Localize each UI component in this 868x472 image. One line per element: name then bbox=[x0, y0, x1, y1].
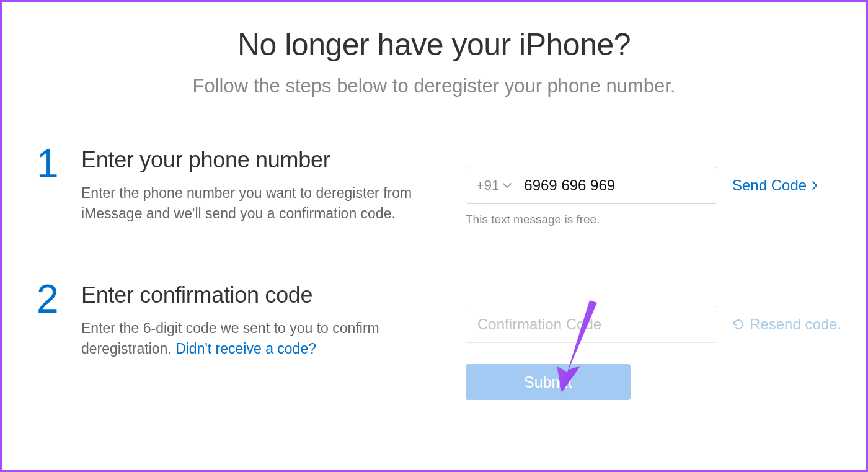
step-2-controls: Resend code. Submit bbox=[466, 282, 841, 400]
step-1-description: Enter the phone number you want to dereg… bbox=[81, 183, 447, 225]
step-1: 1 Enter your phone number Enter the phon… bbox=[33, 147, 835, 226]
step-1-body: Enter your phone number Enter the phone … bbox=[81, 147, 466, 225]
country-code-value: +91 bbox=[476, 177, 499, 194]
phone-number-input[interactable] bbox=[520, 168, 717, 203]
step-1-controls: +91 Send Code This text message is free. bbox=[466, 147, 835, 226]
step-2-title: Enter confirmation code bbox=[81, 282, 447, 308]
step-2-body: Enter confirmation code Enter the 6-digi… bbox=[81, 282, 466, 360]
header: No longer have your iPhone? Follow the s… bbox=[33, 27, 835, 97]
send-code-label: Send Code bbox=[732, 177, 807, 194]
resend-code-button[interactable]: Resend code. bbox=[732, 316, 841, 333]
resend-code-label: Resend code. bbox=[750, 316, 841, 333]
chevron-right-icon bbox=[812, 180, 818, 190]
step-1-title: Enter your phone number bbox=[81, 147, 447, 173]
step-2-description: Enter the 6-digit code we sent to you to… bbox=[81, 318, 447, 360]
send-code-button[interactable]: Send Code bbox=[732, 177, 818, 194]
step-1-number: 1 bbox=[33, 147, 81, 180]
confirmation-code-group bbox=[466, 306, 717, 343]
step-2: 2 Enter confirmation code Enter the 6-di… bbox=[33, 282, 835, 400]
refresh-icon bbox=[732, 318, 745, 331]
phone-field-group: +91 bbox=[466, 167, 717, 204]
step-2-number: 2 bbox=[33, 282, 81, 316]
chevron-down-icon bbox=[503, 183, 512, 189]
submit-button[interactable]: Submit bbox=[466, 364, 631, 400]
page-subtitle: Follow the steps below to deregister you… bbox=[33, 75, 835, 97]
country-code-select[interactable]: +91 bbox=[466, 177, 520, 194]
page-container: No longer have your iPhone? Follow the s… bbox=[2, 2, 866, 400]
didnt-receive-code-link[interactable]: Didn't receive a code? bbox=[175, 341, 316, 357]
page-title: No longer have your iPhone? bbox=[33, 27, 835, 63]
phone-hint-text: This text message is free. bbox=[466, 213, 835, 226]
confirmation-code-input[interactable] bbox=[466, 306, 717, 342]
